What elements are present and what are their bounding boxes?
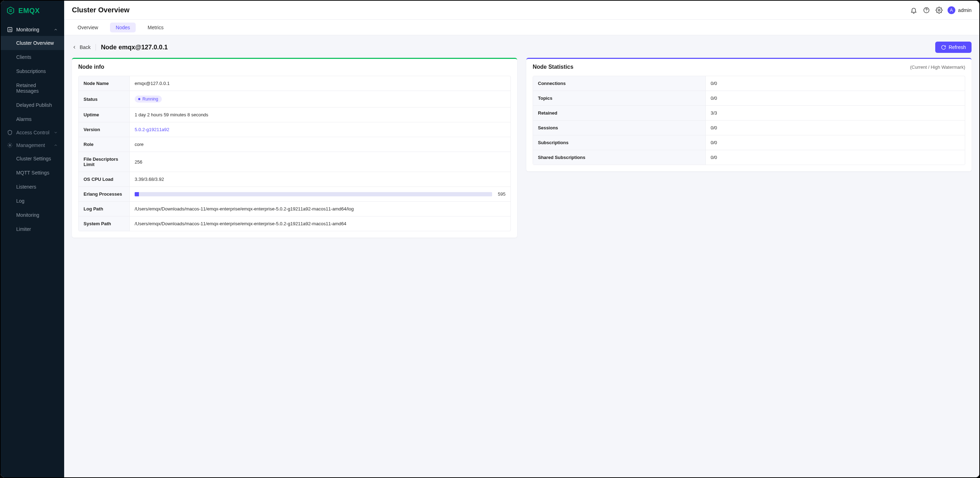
sidebar-item-alarms[interactable]: Alarms — [1, 112, 64, 126]
row-key: File Descriptors Limit — [79, 152, 130, 172]
svg-marker-0 — [7, 7, 14, 14]
card-title-node-info: Node info — [78, 64, 511, 70]
table-row: Connections0/0 — [533, 76, 965, 91]
emqx-logo-icon — [6, 6, 15, 15]
topbar: Cluster Overview A admin — [64, 1, 979, 20]
status-text: Running — [142, 97, 158, 102]
row-key: Retained — [533, 106, 706, 120]
avatar[interactable]: A — [948, 6, 955, 14]
table-row: OS CPU Load 3.39/3.68/3.92 — [79, 172, 511, 186]
svg-point-2 — [9, 145, 11, 146]
nav-group-label: Management — [16, 142, 54, 148]
row-val: 0/0 — [706, 76, 965, 91]
table-row: File Descriptors Limit 256 — [79, 151, 511, 172]
refresh-button[interactable]: Refresh — [935, 41, 972, 53]
row-key: Erlang Processes — [79, 187, 130, 201]
row-key: Version — [79, 122, 130, 137]
svg-point-4 — [926, 11, 926, 12]
row-val: 0/0 — [706, 91, 965, 105]
tab-overview[interactable]: Overview — [72, 22, 103, 32]
sidebar-item-delayed-publish[interactable]: Delayed Publish — [1, 98, 64, 112]
status-badge: Running — [135, 96, 162, 103]
table-row: Status Running — [79, 91, 511, 107]
sidebar-item-cluster-settings[interactable]: Cluster Settings — [1, 151, 64, 166]
row-key: OS CPU Load — [79, 172, 130, 186]
page-title: Cluster Overview — [72, 6, 129, 14]
card-node-stats: Node Statistics (Current / High Watermar… — [526, 58, 972, 171]
table-row: Shared Subscriptions0/0 — [533, 150, 965, 165]
row-key: Status — [79, 91, 130, 107]
back-link[interactable]: Back — [72, 45, 91, 50]
row-key: Connections — [533, 76, 706, 91]
sidebar-item-retained-messages[interactable]: Retained Messages — [1, 78, 64, 98]
chevron-down-icon — [54, 131, 58, 135]
username[interactable]: admin — [958, 7, 972, 13]
subheader: Back Node emqx@127.0.0.1 Refresh — [64, 35, 979, 58]
brand[interactable]: EMQX — [1, 1, 64, 21]
progress-bar — [135, 192, 492, 196]
brand-text: EMQX — [18, 7, 40, 15]
table-row: System Path /Users/emqx/Downloads/macos-… — [79, 216, 511, 231]
table-row: Retained3/3 — [533, 105, 965, 120]
svg-point-5 — [938, 9, 940, 11]
table-row: Subscriptions0/0 — [533, 135, 965, 150]
sidebar-item-clients[interactable]: Clients — [1, 50, 64, 64]
tab-metrics[interactable]: Metrics — [142, 22, 169, 32]
version-link[interactable]: 5.0.2-g19211a92 — [135, 127, 169, 132]
sidebar-item-limiter[interactable]: Limiter — [1, 222, 64, 236]
sidebar-item-log[interactable]: Log — [1, 194, 64, 208]
row-val: core — [130, 137, 511, 151]
sidebar-item-subscriptions[interactable]: Subscriptions — [1, 64, 64, 78]
progress-value: 595 — [496, 191, 506, 197]
refresh-icon — [941, 45, 946, 50]
card-subtitle-node-stats: (Current / High Watermark) — [910, 65, 965, 70]
table-row: Topics0/0 — [533, 91, 965, 105]
main: Cluster Overview A admin OverviewNodesMe… — [64, 1, 979, 477]
chevron-left-icon — [72, 45, 77, 50]
table-row: Sessions0/0 — [533, 120, 965, 135]
row-val: 0/0 — [706, 150, 965, 165]
sidebar-item-cluster-overview[interactable]: Cluster Overview — [1, 36, 64, 50]
sidebar-item-mqtt-settings[interactable]: MQTT Settings — [1, 166, 64, 180]
card-title-node-stats: Node Statistics — [533, 64, 910, 70]
bell-icon[interactable] — [907, 4, 920, 17]
row-key: Uptime — [79, 108, 130, 122]
row-val: 5.0.2-g19211a92 — [130, 122, 511, 137]
row-val: /Users/emqx/Downloads/macos-11/emqx-ente… — [130, 217, 511, 231]
table-row: Erlang Processes 595 — [79, 186, 511, 201]
nav-group-management[interactable]: Management — [1, 139, 64, 151]
help-icon[interactable] — [920, 4, 933, 17]
sidebar-item-monitoring[interactable]: Monitoring — [1, 208, 64, 222]
card-node-info: Node info Node Name emqx@127.0.0.1 Statu… — [72, 58, 517, 237]
table-row: Version 5.0.2-g19211a92 — [79, 122, 511, 137]
row-key: Shared Subscriptions — [533, 150, 706, 165]
sidebar: EMQX MonitoringCluster OverviewClientsSu… — [1, 1, 64, 477]
row-key: Topics — [533, 91, 706, 105]
table-row: Node Name emqx@127.0.0.1 — [79, 76, 511, 91]
settings-icon[interactable] — [933, 4, 945, 17]
row-val: Running — [130, 91, 511, 107]
row-key: Log Path — [79, 202, 130, 216]
divider — [95, 44, 96, 50]
node-title: Node emqx@127.0.0.1 — [101, 44, 168, 51]
status-dot-icon — [138, 98, 140, 100]
chevron-up-icon — [54, 27, 58, 32]
nav: MonitoringCluster OverviewClientsSubscri… — [1, 21, 64, 477]
table-row: Log Path /Users/emqx/Downloads/macos-11/… — [79, 201, 511, 216]
back-label: Back — [80, 45, 91, 50]
tab-nodes[interactable]: Nodes — [110, 22, 135, 32]
nav-group-access-control[interactable]: Access Control — [1, 126, 64, 139]
sidebar-item-listeners[interactable]: Listeners — [1, 180, 64, 194]
gear-icon — [7, 142, 13, 148]
table-row: Role core — [79, 137, 511, 151]
node-info-table: Node Name emqx@127.0.0.1 Status Running — [78, 76, 511, 231]
table-row: Uptime 1 day 2 hours 59 minutes 8 second… — [79, 107, 511, 122]
row-val: /Users/emqx/Downloads/macos-11/emqx-ente… — [130, 202, 511, 216]
row-key: System Path — [79, 217, 130, 231]
nav-group-monitoring[interactable]: Monitoring — [1, 23, 64, 36]
row-val: 1 day 2 hours 59 minutes 8 seconds — [130, 108, 511, 122]
row-key: Sessions — [533, 121, 706, 135]
chevron-up-icon — [54, 143, 58, 147]
row-val: 0/0 — [706, 121, 965, 135]
row-key: Subscriptions — [533, 135, 706, 150]
